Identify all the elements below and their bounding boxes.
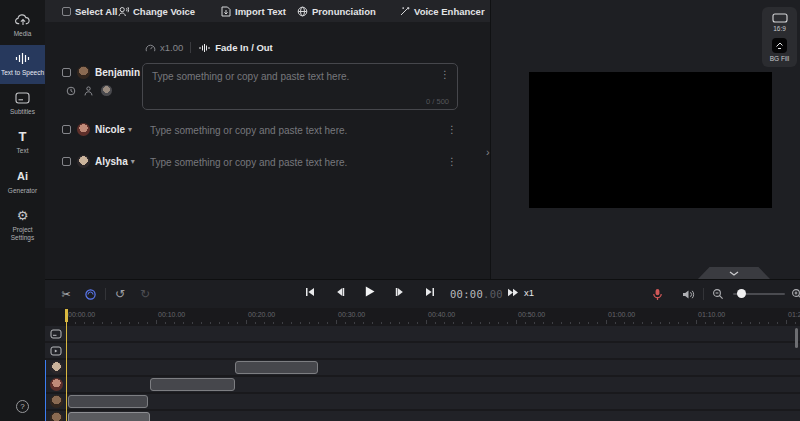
speaker-checkbox[interactable] (62, 157, 71, 166)
previous-frame-button[interactable] (333, 285, 346, 298)
timeline-clip[interactable] (68, 395, 148, 408)
benjamin-track-avatar[interactable] (49, 395, 63, 408)
skip-to-end-button[interactable] (423, 285, 436, 298)
panel-expand-handle[interactable]: › (486, 146, 490, 158)
ruler-minor-tick (435, 322, 436, 324)
more-options-icon[interactable]: ⋮ (447, 124, 457, 135)
scrollbar-thumb[interactable] (795, 328, 798, 348)
subtitles-track-icon[interactable] (49, 327, 63, 340)
divider (105, 288, 106, 300)
magic-tool-icon[interactable] (83, 287, 97, 301)
playback-speed-button[interactable]: x1 (507, 287, 534, 298)
sidebar-item-subtitles[interactable]: Subtitles (0, 84, 45, 123)
ruler-minor-tick (453, 322, 454, 324)
voice-enhancer-label: Voice Enhancer (414, 6, 485, 17)
preview-collapse-tab[interactable] (698, 267, 770, 279)
sidebar-item-text[interactable]: TText (0, 123, 45, 162)
ruler-minor-tick (660, 322, 661, 324)
fade-in-out-button[interactable]: Fade In / Out (198, 42, 273, 53)
bg-fill-button[interactable]: BG Fill (770, 38, 790, 62)
zoom-out-icon[interactable] (711, 287, 725, 301)
ruler-minor-tick (228, 322, 229, 324)
timeline-clip[interactable] (68, 412, 150, 421)
video-preview-screen[interactable] (529, 72, 772, 208)
text-letter-icon: T (19, 129, 27, 144)
nicole-avatar[interactable] (77, 123, 90, 136)
clip-controls-row: x1.00 Fade In / Out (145, 42, 273, 53)
timeline-clip[interactable] (150, 378, 235, 391)
speed-control[interactable]: x1.00 (145, 42, 183, 53)
redo-icon[interactable]: ↻ (138, 287, 152, 301)
video-editor-app: MediaText to SpeechSubtitlesTTextAiGener… (0, 0, 800, 421)
voice-preset-avatar[interactable] (101, 85, 112, 96)
pronunciation-label: Pronunciation (312, 6, 376, 17)
timeline-clip[interactable] (235, 361, 318, 374)
ruler-time-label: 00:30.00 (338, 311, 365, 318)
ruler-time-label: 00:50.00 (518, 311, 545, 318)
speaker-checkbox[interactable] (62, 125, 71, 134)
more-options-icon[interactable]: ⋮ (447, 156, 457, 167)
ruler-minor-tick (498, 322, 499, 324)
sidebar-item-project-settings[interactable]: ⚙Project Settings (0, 202, 45, 249)
ruler-major-tick (426, 320, 427, 324)
pronunciation-button[interactable]: Pronunciation (297, 6, 376, 17)
ruler-major-tick (606, 320, 607, 324)
change-voice-button[interactable]: Change Voice (118, 6, 195, 17)
person-icon[interactable] (84, 86, 93, 96)
playback-speed-label: x1 (524, 287, 534, 298)
alysha-track-avatar[interactable] (49, 361, 63, 374)
import-text-button[interactable]: Import Text (221, 6, 286, 17)
ruler-minor-tick (381, 322, 382, 324)
play-button[interactable] (363, 285, 376, 298)
alysha-avatar[interactable] (77, 155, 90, 168)
ruler-minor-tick (543, 322, 544, 324)
sidebar-item-media[interactable]: Media (0, 6, 45, 45)
history-clock-icon[interactable] (66, 86, 76, 96)
ruler-minor-tick (534, 322, 535, 324)
timeline-ruler[interactable]: 00:00.0000:10.0000:20.0000:30.0000:40.00… (45, 308, 800, 326)
select-all-checkbox[interactable]: Select All (62, 6, 117, 17)
speaker-volume-icon[interactable] (681, 287, 695, 301)
tts-input-placeholder[interactable]: Type something or copy and paste text he… (150, 125, 347, 136)
ruler-time-label: 01:10.00 (698, 311, 725, 318)
avatar (50, 395, 63, 408)
ruler-minor-tick (777, 322, 778, 324)
ruler-minor-tick (669, 322, 670, 324)
benjamin-track-avatar[interactable] (49, 412, 63, 421)
video-track-icon[interactable] (49, 344, 63, 357)
sidebar-item-generator[interactable]: AiGenerator (0, 163, 45, 202)
ruler-minor-tick (201, 322, 202, 324)
ruler-minor-tick (525, 322, 526, 324)
zoom-in-icon[interactable] (790, 287, 800, 301)
tts-text-input[interactable]: Type something or copy and paste text he… (142, 63, 458, 110)
zoom-slider-knob[interactable] (737, 289, 746, 298)
chevron-down-icon[interactable]: ▾ (131, 157, 135, 166)
skip-to-start-button[interactable] (303, 285, 316, 298)
sidebar-item-label: Text to Speech (1, 69, 44, 77)
more-options-icon[interactable]: ⋮ (440, 69, 450, 80)
aspect-ratio-button[interactable]: 16:9 (772, 13, 788, 32)
chevron-down-icon[interactable]: ▾ (128, 125, 132, 134)
benjamin-avatar[interactable] (77, 66, 90, 79)
speed-gauge-icon (145, 43, 156, 53)
ruler-minor-tick (120, 322, 121, 324)
nicole-track-avatar[interactable] (49, 378, 63, 391)
ruler-minor-tick (633, 322, 634, 324)
undo-icon[interactable]: ↺ (113, 287, 127, 301)
ruler-time-label: 00:40.00 (428, 311, 455, 318)
timeline-zoom-slider[interactable] (733, 293, 785, 295)
sidebar-item-label: Project Settings (1, 226, 44, 242)
ruler-minor-tick (489, 322, 490, 324)
tts-input-placeholder[interactable]: Type something or copy and paste text he… (150, 157, 347, 168)
sidebar-item-text-to-speech[interactable]: Text to Speech (0, 45, 45, 84)
speaker-checkbox[interactable] (62, 68, 71, 77)
sidebar-item-label: Subtitles (10, 108, 35, 116)
microphone-icon[interactable] (650, 287, 664, 301)
help-button[interactable]: ? (0, 400, 45, 413)
ai-letters-icon: Ai (17, 169, 28, 184)
subtitles-icon (15, 90, 30, 105)
split-scissors-icon[interactable]: ✂ (59, 287, 73, 301)
next-frame-button[interactable] (393, 285, 406, 298)
ruler-time-label: 01:00.00 (608, 311, 635, 318)
playhead-line[interactable] (66, 320, 67, 421)
